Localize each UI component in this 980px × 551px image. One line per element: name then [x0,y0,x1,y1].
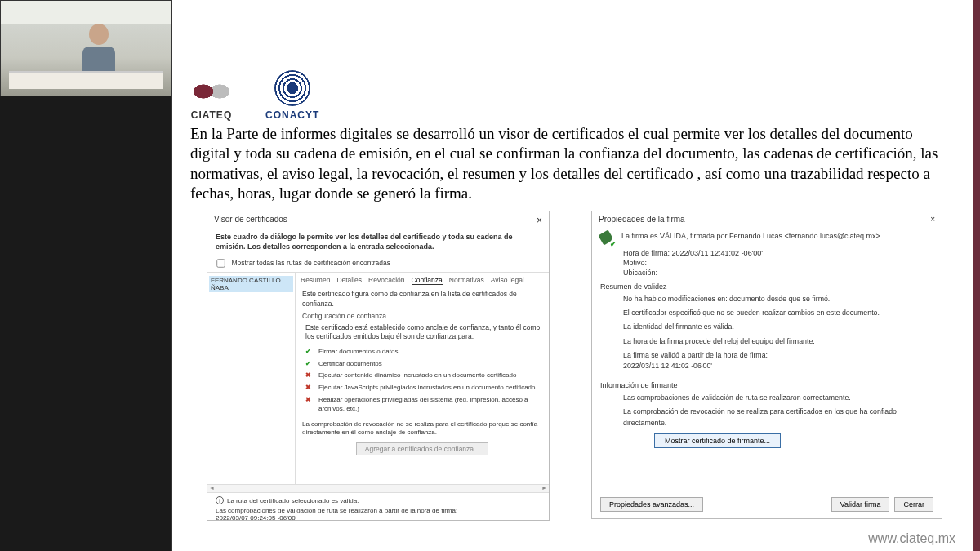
tab-aviso-legal[interactable]: Aviso legal [491,276,524,285]
close-button[interactable]: Cerrar [894,497,933,512]
cert-chain-tree[interactable]: FERNANDO CASTILLO ÑABA [207,273,296,484]
validity-item: La firma se validó a partir de la hora d… [623,350,932,371]
slide-body-text: En la Parte de informes digitales se des… [190,124,956,203]
sign-time-label: Hora de firma: [623,249,670,257]
sign-time-value: 2022/03/11 12:41:02 -06'00' [672,249,764,257]
path-valid-text: La ruta del certificado seleccionado es … [227,497,359,504]
path-checks-text: Las comprobaciones de validación de ruta… [216,507,541,514]
conacyt-logo: CONACYT [265,70,319,121]
signature-valid-icon: ✔ [600,232,615,247]
trust-item: ✖Ejecutar JavaScripts privilegiados incr… [305,382,542,394]
trust-item: ✖Realizar operaciones privilegiadas del … [305,394,542,415]
show-all-paths-label: Mostrar todas las rutas de certificación… [231,259,390,267]
info-icon: i [216,496,224,504]
check-icon: ✔ [305,348,314,357]
tab-detalles[interactable]: Detalles [336,276,362,285]
trust-item: ✔Firmar documentos o datos [305,346,542,358]
validity-item: La identidad del firmante es válida. [623,322,932,332]
validate-signature-button[interactable]: Validar firma [831,497,890,512]
signature-properties-dialog: Propiedades de la firma × ✔ La firma es … [591,211,942,519]
tab-revocacion[interactable]: Revocación [368,276,404,285]
trust-tab-intro: Este certificado figura como de confianz… [302,290,542,309]
tab-normativas[interactable]: Normativas [449,276,484,285]
trust-config-header: Configuración de confianza [302,312,542,321]
show-all-paths-checkbox[interactable] [216,260,225,268]
signer-info-header: Información de firmante [592,376,942,391]
signature-valid-text: La firma es VÁLIDA, firmada por Fernando… [621,232,882,240]
presentation-slide: CIATEQ CONACYT En la Parte de informes d… [172,0,980,551]
signer-info-item: La comprobación de revocación no se real… [623,407,932,428]
reason-label: Motivo: [592,258,942,268]
validity-summary-body: No ha habido modificaciones en: document… [592,292,942,376]
certificate-viewer-dialog: Visor de certificados × Este cuadro de d… [207,211,550,521]
advanced-properties-button[interactable]: Propiedades avanzadas... [600,497,703,512]
dlg1-close-icon[interactable]: × [537,215,542,226]
ciateq-logo: CIATEQ [190,77,233,121]
presenter-webcam [0,0,172,96]
cross-icon: ✖ [305,396,314,405]
trust-item: ✖Ejecutar contenido dinámico incrustado … [305,370,542,382]
horizontal-scrollbar[interactable] [207,484,549,492]
conacyt-logo-label: CONACYT [265,109,319,121]
validity-item: La hora de la firma procede del reloj de… [623,336,932,347]
revocation-note: La comprobación de revocación no se real… [302,420,542,438]
ciateq-logo-icon [190,77,233,106]
trust-config-desc: Este certificado está establecido como a… [305,323,542,342]
cert-tree-item[interactable]: FERNANDO CASTILLO ÑABA [209,276,293,292]
validity-item: No ha habido modificaciones en: document… [623,294,932,304]
ciateq-logo-label: CIATEQ [191,109,232,121]
tab-resumen[interactable]: Resumen [301,276,330,285]
check-icon: ✔ [305,360,314,369]
footer-url: www.ciateq.mx [868,531,956,546]
trust-items-list: ✔Firmar documentos o datos ✔Certificar d… [302,346,542,415]
validity-summary-header: Resumen de validez [592,278,942,292]
validity-item: El certificador especificó que no se pue… [623,308,932,318]
trust-item: ✔Certificar documentos [305,358,542,371]
show-signer-cert-button[interactable]: Mostrar certificado de firmante... [654,433,781,448]
signer-info-body: Las comprobaciones de validación de ruta… [592,391,942,450]
path-checks-time: 2022/03/07 09:24:05 -06'00' [216,514,541,522]
dlg1-title: Visor de certificados [214,215,287,226]
add-to-trusted-button[interactable]: Agregar a certificados de confianza... [356,442,488,455]
cross-icon: ✖ [305,384,314,393]
location-label: Ubicación: [592,268,942,278]
dlg1-intro: Este cuadro de diálogo le permite ver lo… [207,229,549,256]
signer-info-item: Las comprobaciones de validación de ruta… [623,393,932,403]
dlg2-title: Propiedades de la firma [599,215,685,224]
dlg2-close-icon[interactable]: × [930,215,935,224]
conacyt-logo-icon [274,70,310,106]
tab-confianza[interactable]: Confianza [412,276,443,285]
cross-icon: ✖ [305,371,314,380]
